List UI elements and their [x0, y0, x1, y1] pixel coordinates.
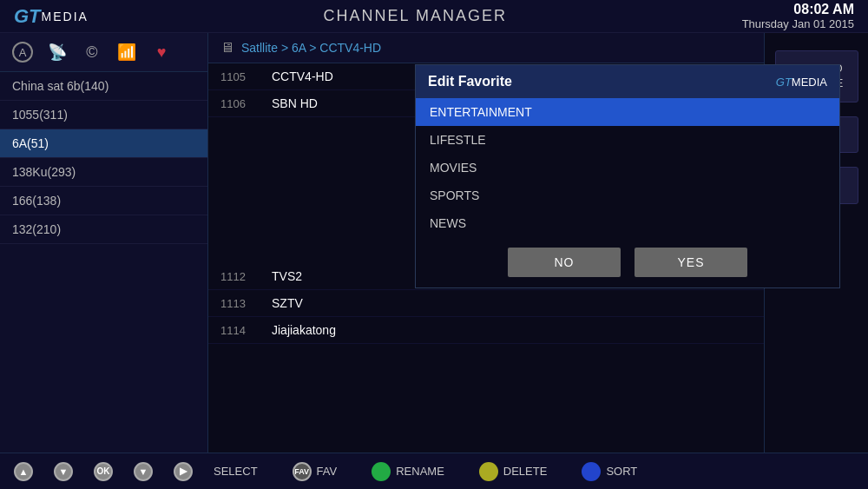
copyright-icon[interactable]: ©: [80, 40, 104, 64]
footer-sort-item: SORT: [582, 462, 637, 481]
dialog-item-3[interactable]: SPORTS: [416, 182, 839, 209]
clock: 08:02 AM: [742, 2, 854, 17]
dialog-yes-button[interactable]: YES: [635, 248, 747, 277]
channel-row-4[interactable]: 1114 Jiajiakatong: [208, 317, 764, 344]
copyright-symbol: ©: [86, 43, 97, 62]
sidebar-item-4[interactable]: 166(138): [0, 187, 207, 215]
channel-num-0: 1105: [220, 70, 260, 83]
footer-right-item: ▶: [174, 462, 193, 481]
channel-num-4: 1114: [220, 324, 260, 337]
down-icon: ▼: [54, 462, 73, 481]
main-area: A 📡 © 📶 ♥ China sat 6b(140) 1055(311) 6A…: [0, 33, 868, 453]
dialog-logo-gt: GT: [776, 76, 792, 89]
dialog-item-0[interactable]: ENTERTAINMENT: [416, 98, 839, 126]
right-icon: ▶: [174, 462, 193, 481]
down2-icon: ▼: [134, 462, 153, 481]
footer-rename-item: RENAME: [372, 462, 444, 481]
breadcrumb: 🖥 Satllite > 6A > CCTV4-HD: [208, 33, 764, 63]
up-icon: ▲: [14, 462, 33, 481]
signal-icon[interactable]: 📡: [45, 40, 69, 64]
sidebar: A 📡 © 📶 ♥ China sat 6b(140) 1055(311) 6A…: [0, 33, 208, 453]
wifi-icon[interactable]: 📶: [115, 40, 139, 64]
sidebar-item-1[interactable]: 1055(311): [0, 101, 207, 129]
dialog-logo: GTMEDIA: [776, 76, 827, 89]
dialog-item-4[interactable]: NEWS: [416, 209, 839, 237]
a-circle-icon: A: [12, 42, 33, 63]
channel-num-3: 1113: [220, 297, 260, 310]
header: GT MEDIA CHANNEL MANAGER 08:02 AM Thursd…: [0, 0, 868, 33]
sort-color-icon: [582, 462, 601, 481]
channel-num-2: 1112: [220, 270, 260, 283]
breadcrumb-text: Satllite > 6A > CCTV4-HD: [241, 41, 381, 55]
footer: ▲ ▼ OK ▼ ▶ SELECT FAV FAV RENAME DELETE …: [0, 453, 868, 489]
dialog-list: ENTERTAINMENT LIFESTLE MOVIES SPORTS NEW…: [416, 98, 839, 237]
delete-label: DELETE: [503, 465, 548, 478]
fav-label: FAV: [317, 465, 338, 478]
sidebar-item-2[interactable]: 6A(51): [0, 129, 207, 158]
channel-area: 🖥 Satllite > 6A > CCTV4-HD 1105 CCTV4-HD…: [208, 33, 764, 453]
fav-icon: FAV: [293, 462, 312, 481]
channel-name-4: Jiajiakatong: [272, 323, 752, 337]
sidebar-item-5[interactable]: 132(210): [0, 215, 207, 244]
footer-down-item: ▼: [54, 462, 73, 481]
page-title: CHANNEL MANAGER: [324, 7, 507, 25]
ok-icon: OK: [94, 462, 113, 481]
select-label: SELECT: [214, 465, 258, 478]
edit-favorite-dialog[interactable]: Edit Favorite GTMEDIA ENTERTAINMENT LIFE…: [415, 64, 840, 288]
footer-down2-item: ▼: [134, 462, 153, 481]
footer-up-item: ▲: [14, 462, 33, 481]
sidebar-item-0[interactable]: China sat 6b(140): [0, 72, 207, 101]
dialog-item-2[interactable]: MOVIES: [416, 154, 839, 182]
sort-label: SORT: [606, 465, 637, 478]
delete-color-icon: [479, 462, 498, 481]
dialog-buttons: NO YES: [416, 237, 839, 287]
channel-num-1: 1106: [220, 97, 260, 110]
tv-icon: 🖥: [220, 40, 234, 56]
signal-symbol: 📡: [48, 43, 67, 62]
all-channels-icon[interactable]: A: [10, 40, 35, 64]
logo: GT MEDIA: [14, 5, 89, 28]
sidebar-icons: A 📡 © 📶 ♥: [0, 33, 207, 72]
logo-gt: GT: [14, 5, 41, 28]
date: Thursday Jan 01 2015: [742, 17, 854, 30]
dialog-title: Edit Favorite: [428, 74, 512, 89]
dialog-no-button[interactable]: NO: [508, 248, 621, 277]
sidebar-item-3[interactable]: 138Ku(293): [0, 158, 207, 187]
footer-delete-item: DELETE: [479, 462, 548, 481]
footer-fav-item: FAV FAV: [293, 462, 338, 481]
footer-select-item: SELECT: [214, 465, 258, 478]
rename-label: RENAME: [396, 465, 444, 478]
wifi-symbol: 📶: [117, 43, 136, 62]
heart-symbol: ♥: [157, 43, 167, 62]
channel-name-3: SZTV: [272, 296, 752, 310]
header-time: 08:02 AM Thursday Jan 01 2015: [742, 2, 854, 30]
dialog-logo-media: MEDIA: [792, 76, 827, 89]
channel-row-3[interactable]: 1113 SZTV: [208, 290, 764, 317]
dialog-item-1[interactable]: LIFESTLE: [416, 126, 839, 154]
logo-media: MEDIA: [42, 10, 89, 23]
dialog-header: Edit Favorite GTMEDIA: [416, 65, 839, 98]
footer-ok-item: OK: [94, 462, 113, 481]
heart-icon[interactable]: ♥: [149, 40, 174, 64]
rename-color-icon: [372, 462, 391, 481]
